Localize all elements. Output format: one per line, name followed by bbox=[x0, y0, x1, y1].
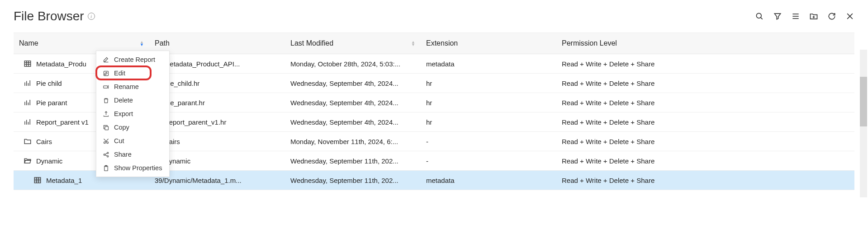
col-label: Name bbox=[19, 39, 38, 47]
export-icon bbox=[103, 111, 109, 117]
file-name: Report_parent v1 bbox=[36, 118, 89, 126]
sort-icon[interactable]: ▲▼ bbox=[411, 41, 415, 46]
file-path: 39/Metadata_Product_API... bbox=[149, 54, 285, 74]
grid-icon bbox=[24, 60, 32, 68]
file-extension: hr bbox=[421, 74, 556, 93]
svg-rect-9 bbox=[24, 61, 31, 66]
menu-label: Delete bbox=[114, 97, 133, 104]
svg-point-35 bbox=[104, 141, 106, 143]
col-header-extension[interactable]: Extension bbox=[421, 33, 556, 54]
menu-item-edit[interactable]: Edit bbox=[96, 66, 169, 80]
menu-label: Show Properties bbox=[114, 164, 162, 172]
menu-item-rename[interactable]: Rename bbox=[96, 80, 169, 93]
cut-icon bbox=[103, 138, 109, 144]
menu-label: Copy bbox=[114, 124, 129, 131]
svg-point-36 bbox=[107, 141, 109, 143]
file-extension: metadata bbox=[421, 171, 556, 190]
svg-rect-34 bbox=[105, 126, 109, 130]
scrollbar-thumb[interactable] bbox=[860, 77, 867, 126]
bar-icon bbox=[24, 118, 32, 126]
clipboard-icon bbox=[103, 165, 109, 172]
menu-label: Create Report bbox=[114, 56, 155, 63]
file-extension: hr bbox=[421, 93, 556, 112]
menu-item-delete[interactable]: Delete bbox=[96, 93, 169, 107]
svg-line-41 bbox=[105, 155, 107, 156]
search-icon[interactable] bbox=[755, 12, 764, 21]
file-permission: Read + Write + Delete + Share bbox=[556, 112, 854, 132]
refresh-icon[interactable] bbox=[827, 12, 836, 21]
file-permission: Read + Write + Delete + Share bbox=[556, 132, 854, 151]
svg-point-0 bbox=[756, 13, 761, 18]
svg-rect-32 bbox=[104, 86, 108, 88]
file-modified: Wednesday, September 4th, 2024... bbox=[285, 93, 421, 112]
col-header-permission[interactable]: Permission Level bbox=[556, 33, 854, 54]
file-permission: Read + Write + Delete + Share bbox=[556, 93, 854, 112]
menu-item-create-report[interactable]: Create Report bbox=[96, 53, 169, 66]
rename-icon bbox=[103, 84, 109, 90]
folder-open-icon bbox=[24, 157, 32, 165]
file-modified: Wednesday, September 4th, 2024... bbox=[285, 74, 421, 93]
menu-item-export[interactable]: Export bbox=[96, 107, 169, 121]
menu-label: Edit bbox=[114, 70, 125, 77]
bar-icon bbox=[24, 98, 32, 107]
scrollbar-track[interactable] bbox=[860, 50, 867, 197]
svg-rect-26 bbox=[34, 177, 41, 183]
page-title: File Browser bbox=[14, 9, 84, 23]
close-icon[interactable] bbox=[845, 12, 854, 21]
svg-line-40 bbox=[105, 153, 107, 154]
info-icon[interactable]: i bbox=[88, 13, 95, 20]
menu-item-show-properties[interactable]: Show Properties bbox=[96, 161, 169, 175]
file-path: 39/Dynamic/Metadata_1.m... bbox=[149, 171, 285, 190]
file-extension: metadata bbox=[421, 54, 556, 74]
col-label: Permission Level bbox=[562, 39, 617, 47]
filter-icon[interactable] bbox=[773, 12, 782, 21]
bar-icon bbox=[24, 79, 32, 87]
file-modified: Wednesday, September 11th, 202... bbox=[285, 171, 421, 190]
file-modified: Monday, November 11th, 2024, 6:... bbox=[285, 132, 421, 151]
file-name: Pie child bbox=[36, 79, 62, 87]
col-label: Last Modified bbox=[290, 39, 333, 47]
col-header-modified[interactable]: Last Modified ▲▼ bbox=[285, 33, 421, 54]
pencil-line-icon bbox=[103, 56, 109, 63]
copy-icon bbox=[103, 124, 109, 131]
file-path: 39/Pie_parant.hr bbox=[149, 93, 285, 112]
file-name: Metadata_Produ bbox=[36, 60, 86, 68]
menu-label: Share bbox=[114, 151, 132, 158]
file-modified: Wednesday, September 4th, 2024... bbox=[285, 112, 421, 132]
grid-icon bbox=[33, 176, 42, 184]
menu-label: Cut bbox=[114, 137, 124, 144]
svg-line-1 bbox=[761, 18, 763, 19]
folder-icon bbox=[24, 137, 32, 145]
menu-icon[interactable] bbox=[791, 12, 800, 21]
file-permission: Read + Write + Delete + Share bbox=[556, 54, 854, 74]
file-extension: hr bbox=[421, 112, 556, 132]
file-extension: - bbox=[421, 132, 556, 151]
file-path: 39/Cairs bbox=[149, 132, 285, 151]
col-header-path[interactable]: Path bbox=[149, 33, 285, 54]
context-menu: Create ReportEditRenameDeleteExportCopyC… bbox=[96, 51, 170, 177]
trash-icon bbox=[103, 97, 109, 104]
sort-icon[interactable]: ▲▼ bbox=[140, 41, 144, 46]
file-extension: - bbox=[421, 151, 556, 171]
file-modified: Wednesday, September 11th, 202... bbox=[285, 151, 421, 171]
file-name: Metadata_1 bbox=[46, 177, 82, 184]
file-name: Pie parant bbox=[36, 99, 67, 107]
edit-square-icon bbox=[103, 70, 109, 77]
file-permission: Read + Write + Delete + Share bbox=[556, 74, 854, 93]
file-name: Cairs bbox=[36, 138, 52, 145]
file-path: 39/Dynamic bbox=[149, 151, 285, 171]
col-label: Extension bbox=[426, 39, 458, 47]
file-permission: Read + Write + Delete + Share bbox=[556, 151, 854, 171]
menu-item-cut[interactable]: Cut bbox=[96, 134, 169, 148]
file-modified: Monday, October 28th, 2024, 5:03:... bbox=[285, 54, 421, 74]
menu-item-copy[interactable]: Copy bbox=[96, 121, 169, 134]
menu-label: Rename bbox=[114, 83, 139, 90]
col-label: Path bbox=[155, 39, 170, 47]
share-icon bbox=[103, 151, 109, 158]
file-permission: Read + Write + Delete + Share bbox=[556, 171, 854, 190]
menu-item-share[interactable]: Share bbox=[96, 148, 169, 161]
menu-label: Export bbox=[114, 110, 133, 117]
file-path: 39/Pie_child.hr bbox=[149, 74, 285, 93]
file-path: 39/Report_parent_v1.hr bbox=[149, 112, 285, 132]
new-folder-icon[interactable] bbox=[809, 12, 818, 21]
